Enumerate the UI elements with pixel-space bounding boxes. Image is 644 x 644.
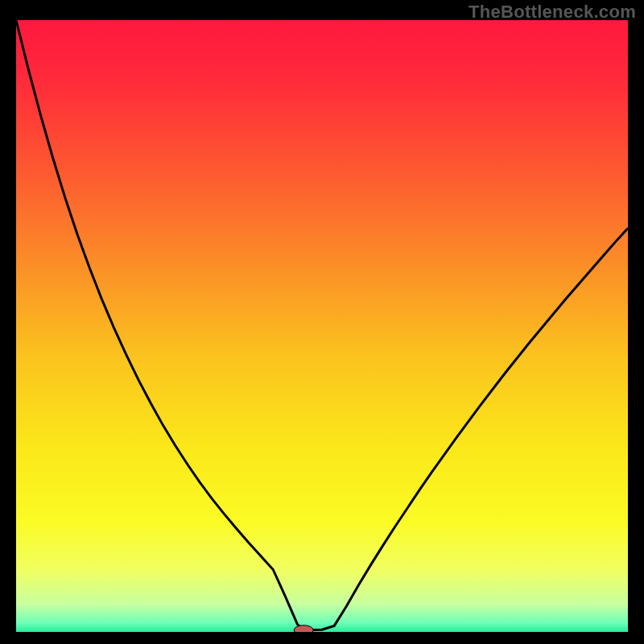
watermark-text: TheBottleneck.com xyxy=(469,2,636,23)
optimal-point-marker xyxy=(294,625,313,632)
plot-area xyxy=(16,20,628,632)
gradient-background xyxy=(16,20,628,632)
bottleneck-chart xyxy=(16,20,628,632)
chart-frame: TheBottleneck.com xyxy=(0,0,644,644)
